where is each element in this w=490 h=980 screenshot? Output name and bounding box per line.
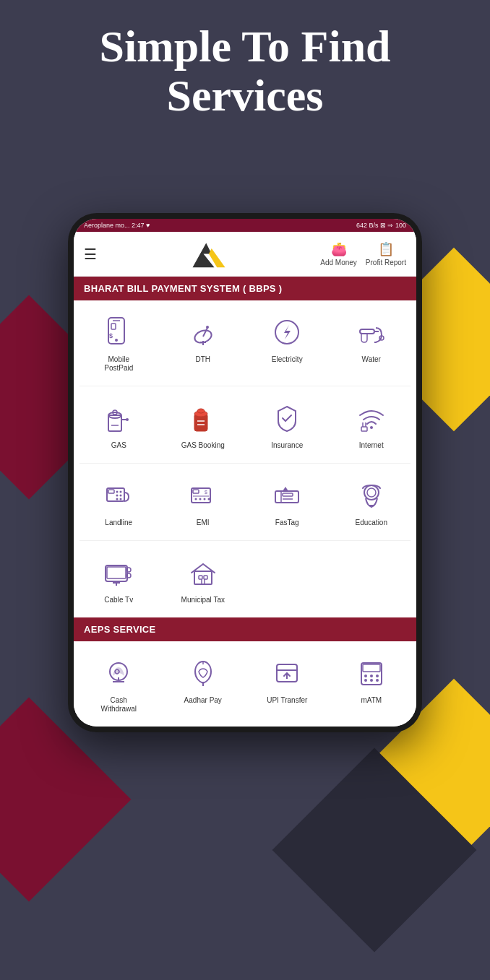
svg-rect-41 [193, 490, 199, 493]
svg-rect-56 [107, 567, 126, 578]
svg-point-77 [370, 675, 373, 677]
status-left: Aeroplane mo... 2:47 ♥ [84, 222, 150, 229]
service-label: Insurance [271, 441, 303, 450]
service-item-upi-transfer[interactable]: UPI Transfer [245, 647, 330, 721]
service-label: Electricity [272, 355, 303, 364]
svg-rect-40 [192, 488, 210, 503]
svg-point-38 [116, 498, 119, 500]
services-grid-row1: $ MobilePostPaid [74, 300, 416, 386]
electricity-icon [268, 313, 306, 351]
service-item-municipal-tax[interactable]: Municipal Tax [161, 547, 246, 612]
svg-point-35 [120, 491, 122, 493]
service-placeholder2 [330, 547, 414, 612]
service-item-cable-tv[interactable]: Cable Tv [77, 547, 161, 612]
water-icon [353, 313, 390, 351]
service-item-aadhar-pay[interactable]: Aadhar Pay [161, 647, 246, 721]
aeps-section-header: AEPS SERVICE [74, 617, 416, 641]
fastag-icon [268, 477, 306, 514]
service-label: CashWithdrawal [101, 696, 137, 714]
service-label: MobilePostPaid [104, 355, 133, 373]
svg-point-39 [120, 498, 122, 500]
svg-point-28 [370, 426, 373, 429]
svg-rect-63 [204, 576, 207, 579]
service-placeholder1 [245, 547, 330, 612]
phone-frame: Aeroplane mo... 2:47 ♥ 642 B/s ⊠ ⇒ 100 ☰… [68, 213, 422, 732]
svg-point-21 [126, 418, 129, 421]
svg-text:$: $ [205, 490, 207, 495]
aadhar-pay-icon [184, 654, 222, 692]
emi-icon: $ [184, 477, 222, 514]
svg-text:$: $ [109, 332, 113, 339]
svg-point-46 [207, 498, 210, 500]
status-right: 642 B/s ⊠ ⇒ 100 [356, 222, 406, 229]
add-money-button[interactable]: 👛 Add Money [320, 241, 357, 266]
svg-rect-14 [360, 329, 374, 334]
service-label: Landline [105, 519, 132, 527]
service-item-matm[interactable]: mATM [330, 647, 414, 721]
service-item-mobile-postpaid[interactable]: $ MobilePostPaid [77, 306, 161, 380]
app-logo: PAY [187, 238, 231, 270]
svg-rect-50 [283, 493, 293, 496]
service-label: Aadhar Pay [184, 696, 222, 705]
service-label: GAS [111, 441, 126, 450]
service-item-gas[interactable]: GAS [77, 392, 161, 457]
gas-booking-icon [184, 399, 222, 437]
insurance-icon [268, 399, 306, 437]
service-item-insurance[interactable]: Insurance [245, 392, 330, 457]
service-label: Internet [359, 441, 384, 450]
svg-rect-75 [363, 664, 380, 672]
gas-icon [100, 399, 137, 437]
services-grid-row4: Cable Tv M [74, 541, 416, 617]
svg-point-44 [199, 498, 201, 500]
svg-point-80 [370, 679, 373, 682]
svg-rect-62 [199, 576, 202, 579]
service-item-landline[interactable]: Landline [77, 469, 161, 534]
svg-rect-33 [108, 490, 114, 493]
service-label: Cable Tv [104, 596, 133, 604]
hamburger-icon[interactable]: ☰ [84, 246, 97, 263]
service-item-education[interactable]: Education [330, 469, 414, 534]
service-label: GAS Booking [181, 441, 225, 450]
service-item-cash-withdrawal[interactable]: CashWithdrawal [77, 647, 161, 721]
service-item-fastag[interactable]: FasTag [245, 469, 330, 534]
svg-line-9 [203, 328, 207, 337]
svg-point-25 [197, 409, 205, 413]
svg-rect-61 [194, 571, 212, 584]
svg-point-76 [364, 675, 367, 677]
service-label: DTH [195, 355, 210, 364]
service-item-emi[interactable]: $ EMI [161, 469, 246, 534]
svg-point-36 [116, 495, 119, 497]
svg-point-78 [376, 675, 379, 677]
service-label: FasTag [275, 519, 299, 527]
mobile-postpaid-icon: $ [100, 313, 137, 351]
service-item-electricity[interactable]: Electricity [245, 306, 330, 380]
service-label: mATM [361, 696, 382, 705]
cable-tv-icon [100, 554, 137, 591]
service-label: UPI Transfer [267, 696, 307, 705]
service-label: Water [362, 355, 381, 364]
bbps-section-header: BHARAT BILL PAYMENT SYSTEM ( BBPS ) [74, 277, 416, 300]
phone-screen: Aeroplane mo... 2:47 ♥ 642 B/s ⊠ ⇒ 100 ☰… [74, 219, 416, 727]
service-item-internet[interactable]: Internet [330, 392, 414, 457]
cash-withdrawal-icon [100, 654, 137, 692]
wallet-icon: 👛 [331, 241, 347, 257]
svg-point-45 [203, 498, 205, 500]
profit-report-button[interactable]: 📋 Profit Report [366, 241, 406, 266]
report-icon: 📋 [378, 241, 394, 257]
svg-point-43 [194, 498, 197, 500]
service-item-gas-booking[interactable]: GAS Booking [161, 392, 246, 457]
service-label: Municipal Tax [181, 596, 225, 604]
phone-mockup: Aeroplane mo... 2:47 ♥ 642 B/s ⊠ ⇒ 100 ☰… [68, 213, 422, 732]
svg-point-37 [120, 495, 122, 497]
services-grid-row3: Landline $ [74, 464, 416, 540]
service-label: EMI [197, 519, 210, 527]
svg-point-7 [115, 339, 118, 342]
service-item-dth[interactable]: DTH [161, 306, 246, 380]
dth-icon [184, 313, 222, 351]
svg-point-52 [364, 485, 379, 500]
svg-point-10 [206, 326, 209, 329]
service-item-water[interactable]: Water [330, 306, 414, 380]
svg-point-79 [364, 679, 367, 682]
svg-point-53 [367, 488, 376, 497]
services-grid-row2: GAS GAS Booking [74, 386, 416, 463]
